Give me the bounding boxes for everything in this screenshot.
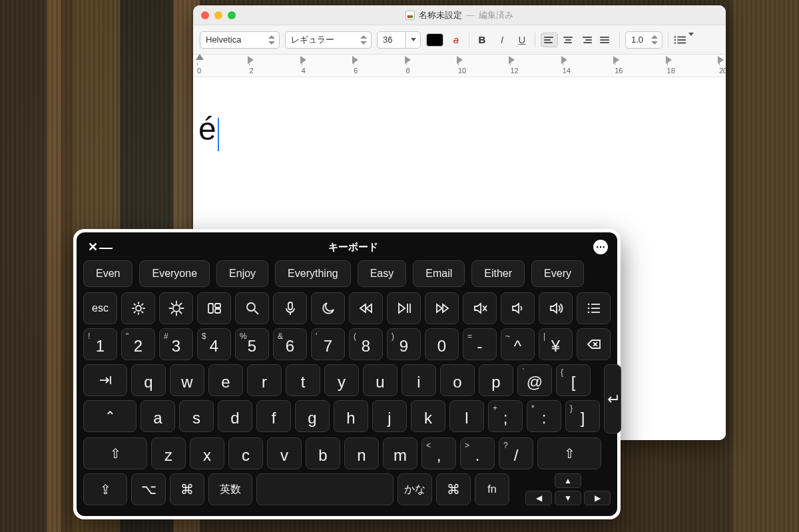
- bold-button[interactable]: B: [475, 32, 489, 48]
- key-/[interactable]: ?/: [499, 437, 533, 469]
- key-^[interactable]: ~^: [501, 328, 535, 360]
- zoom-window-button[interactable]: [228, 11, 236, 19]
- key-¥[interactable]: |¥: [539, 328, 573, 360]
- mission-control-key[interactable]: [197, 292, 231, 324]
- command-key-right[interactable]: ⌘: [436, 473, 471, 505]
- volume-up-key[interactable]: [539, 292, 573, 324]
- key-;[interactable]: +;: [488, 400, 523, 432]
- italic-button[interactable]: I: [495, 32, 509, 48]
- minimize-icon[interactable]: —: [99, 243, 113, 251]
- shift-key-left[interactable]: ⇧: [83, 437, 147, 469]
- key-t[interactable]: t: [286, 364, 320, 396]
- key-2[interactable]: "2: [121, 328, 155, 360]
- tab-key[interactable]: [83, 364, 127, 396]
- key-v[interactable]: v: [267, 437, 302, 469]
- font-family-select[interactable]: Helvetica: [200, 31, 280, 49]
- arrow-left-key[interactable]: ◀: [525, 491, 552, 505]
- key-b[interactable]: b: [306, 437, 340, 469]
- key-1[interactable]: !1: [83, 328, 117, 360]
- caps-lock-key[interactable]: ⇪: [83, 473, 127, 505]
- key-:[interactable]: *:: [527, 400, 561, 432]
- key-a[interactable]: a: [140, 400, 175, 432]
- key-6[interactable]: &6: [273, 328, 307, 360]
- key-c[interactable]: c: [228, 437, 263, 469]
- suggestion-everyone[interactable]: Everyone: [139, 260, 210, 287]
- key-5[interactable]: %5: [235, 328, 269, 360]
- space-key[interactable]: [256, 473, 394, 505]
- keyboard-header[interactable]: ✕ — キーボード ⋯: [83, 239, 611, 259]
- key-p[interactable]: p: [479, 364, 513, 396]
- text-color-swatch[interactable]: [426, 33, 443, 47]
- delete-key[interactable]: [577, 328, 611, 360]
- do-not-disturb-key[interactable]: [311, 292, 345, 324]
- mute-key[interactable]: [463, 292, 497, 324]
- key-s[interactable]: s: [179, 400, 214, 432]
- list-key[interactable]: [577, 292, 611, 324]
- command-key-left[interactable]: ⌘: [170, 473, 204, 505]
- key-y[interactable]: y: [324, 364, 359, 396]
- key-k[interactable]: k: [411, 400, 445, 432]
- key-g[interactable]: g: [295, 400, 330, 432]
- align-right-button[interactable]: [578, 33, 595, 47]
- key-r[interactable]: r: [247, 364, 282, 396]
- key-q[interactable]: q: [131, 364, 166, 396]
- esc-key[interactable]: esc: [83, 292, 117, 324]
- key-l[interactable]: l: [449, 400, 484, 432]
- font-size-field[interactable]: 36: [377, 31, 406, 49]
- key-d[interactable]: d: [218, 400, 252, 432]
- option-key[interactable]: ⌥: [131, 473, 166, 505]
- key-n[interactable]: n: [344, 437, 379, 469]
- suggestion-every[interactable]: Every: [531, 260, 584, 287]
- align-justify-button[interactable]: [597, 33, 614, 47]
- key-7[interactable]: '7: [311, 328, 345, 360]
- key-x[interactable]: x: [190, 437, 224, 469]
- key-w[interactable]: w: [170, 364, 204, 396]
- key-3[interactable]: #3: [159, 328, 193, 360]
- spotlight-key[interactable]: [235, 292, 269, 324]
- key-9[interactable]: )9: [387, 328, 421, 360]
- highlight-color-button[interactable]: a: [449, 35, 463, 45]
- brightness-down-key[interactable]: [121, 292, 155, 324]
- key-[[interactable]: {[: [556, 364, 591, 396]
- suggestion-either[interactable]: Either: [471, 260, 525, 287]
- key-8[interactable]: (8: [349, 328, 383, 360]
- key-f[interactable]: f: [256, 400, 291, 432]
- key-.[interactable]: >.: [460, 437, 495, 469]
- key-o[interactable]: o: [440, 364, 475, 396]
- play-pause-key[interactable]: [387, 292, 421, 324]
- key-z[interactable]: z: [151, 437, 186, 469]
- font-style-select[interactable]: レギュラー: [285, 31, 372, 49]
- volume-down-key[interactable]: [501, 292, 535, 324]
- arrow-down-key[interactable]: ▼: [555, 491, 581, 505]
- first-line-indent-marker[interactable]: [196, 54, 204, 60]
- key-,[interactable]: <,: [421, 437, 456, 469]
- key-m[interactable]: m: [383, 437, 417, 469]
- kana-key[interactable]: かな: [398, 473, 432, 505]
- key-e[interactable]: e: [208, 364, 243, 396]
- key-4[interactable]: $4: [197, 328, 231, 360]
- arrow-up-key[interactable]: ▲: [555, 473, 581, 488]
- key-][interactable]: }]: [565, 400, 600, 432]
- return-key[interactable]: [604, 364, 621, 433]
- line-spacing-select[interactable]: 1.0: [625, 31, 663, 49]
- key-u[interactable]: u: [363, 364, 398, 396]
- key-i[interactable]: i: [401, 364, 436, 396]
- list-style-button[interactable]: [674, 35, 696, 45]
- arrow-right-key[interactable]: ▶: [584, 491, 611, 505]
- minimize-window-button[interactable]: [214, 11, 222, 19]
- key-0[interactable]: 0: [425, 328, 459, 360]
- key--[interactable]: =-: [463, 328, 497, 360]
- align-left-button[interactable]: [541, 33, 558, 47]
- dictation-key[interactable]: [273, 292, 307, 324]
- brightness-up-key[interactable]: [159, 292, 193, 324]
- key-h[interactable]: h: [334, 400, 368, 432]
- suggestion-everything[interactable]: Everything: [275, 260, 351, 287]
- align-center-button[interactable]: [559, 33, 577, 47]
- underline-button[interactable]: U: [515, 32, 529, 48]
- close-window-button[interactable]: [201, 11, 209, 19]
- fast-forward-key[interactable]: [425, 292, 459, 324]
- fn-key[interactable]: fn: [475, 473, 509, 505]
- more-options-icon[interactable]: ⋯: [593, 240, 608, 254]
- key-@[interactable]: `@: [517, 364, 552, 396]
- key-j[interactable]: j: [372, 400, 407, 432]
